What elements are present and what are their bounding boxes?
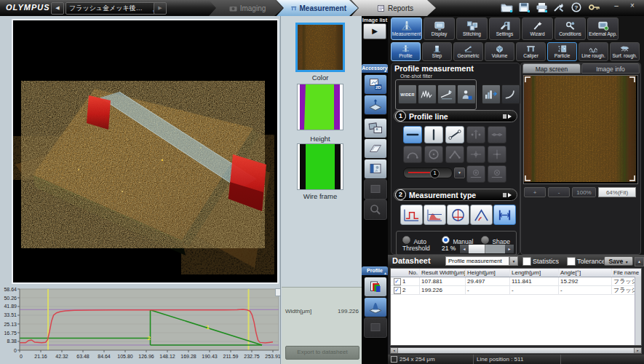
- datasheet-table[interactable]: No.Result Width[μm]Height[μm]Length[μm]A…: [390, 268, 642, 346]
- scrollbar-thumb[interactable]: [469, 245, 485, 253]
- image-settings-button[interactable]: [364, 159, 387, 179]
- ribbon-button-surf-rough[interactable]: Surf. rough.: [610, 42, 640, 61]
- map-image-frame[interactable]: [523, 75, 638, 184]
- help-icon[interactable]: ?: [571, 2, 583, 12]
- vertical-line-button[interactable]: [424, 126, 443, 143]
- tab-map-screen[interactable]: Map screen: [522, 63, 581, 74]
- open-folder-icon[interactable]: [501, 2, 513, 12]
- tolerance-checkbox[interactable]: [567, 257, 576, 266]
- 3d-render[interactable]: [13, 20, 277, 282]
- ribbon-button-conditions[interactable]: Conditions: [554, 17, 586, 40]
- ribbon-button-stitching[interactable]: Stitching: [456, 17, 488, 40]
- image-pair-button[interactable]: [364, 118, 387, 138]
- profile-chart[interactable]: 1208.3816.7525.1333.5141.8950.2658.64021…: [0, 287, 284, 364]
- print-icon[interactable]: [536, 2, 548, 12]
- profile-line-section-header[interactable]: 1 Profile line: [394, 110, 517, 122]
- map-zoom-field[interactable]: 64%(Fit): [598, 187, 636, 197]
- measurement-type-section-header[interactable]: 2 Measurement type: [394, 189, 517, 201]
- tab-imaging[interactable]: Imaging: [209, 0, 283, 16]
- ribbon-button-volume[interactable]: Volume: [485, 42, 514, 61]
- noise-filter-button[interactable]: [418, 84, 437, 104]
- column-header-0[interactable]: No.: [391, 269, 420, 277]
- reference-plane-button[interactable]: [364, 138, 387, 159]
- reference-filter-button[interactable]: [457, 84, 476, 104]
- ribbon-button-profile[interactable]: Profile: [391, 42, 421, 61]
- profile-3d-surface-button[interactable]: [364, 297, 387, 317]
- profile-group-tab[interactable]: Profile▲: [362, 266, 388, 275]
- line-width-slider[interactable]: 1: [403, 167, 453, 178]
- scroll-left-icon[interactable]: ◄: [460, 245, 469, 253]
- save-button[interactable]: Save ▼: [604, 256, 633, 266]
- status-checkbox[interactable]: [391, 356, 397, 363]
- ribbon-button-caliper[interactable]: Caliper: [516, 42, 546, 61]
- map-zoom-in-button[interactable]: +: [524, 187, 546, 197]
- table-row[interactable]: ✓1107.88129.497111.84115.292フラッシュ金: [391, 277, 641, 286]
- tools-icon[interactable]: [553, 2, 565, 12]
- histogram-export-button[interactable]: [482, 84, 501, 104]
- map-zoom-100-button[interactable]: 100%: [572, 187, 596, 197]
- image-list-button[interactable]: ▶: [363, 23, 386, 39]
- ribbon-button-measurement[interactable]: Measurement: [391, 17, 422, 40]
- table-horizontal-scrollbar[interactable]: ◄ ►: [390, 347, 642, 354]
- table-row[interactable]: ✓2199.226---フラッシュ金: [391, 286, 641, 295]
- datasheet-mode-dropdown[interactable]: Profile measurement: [445, 256, 509, 266]
- scroll-left-icon[interactable]: ◄: [391, 348, 397, 353]
- ribbon-button-display[interactable]: Display: [424, 17, 455, 40]
- statistics-checkbox[interactable]: [522, 257, 531, 266]
- ribbon-button-settings[interactable]: Settings: [489, 17, 520, 40]
- free-line-button[interactable]: [445, 126, 464, 143]
- circle-measure-button[interactable]: [447, 205, 469, 225]
- ribbon-button-step[interactable]: Step: [422, 42, 452, 61]
- ribbon-button-particle[interactable]: Particle: [547, 42, 577, 61]
- map-zoom-out-button[interactable]: -: [548, 187, 570, 197]
- view-3d-button[interactable]: [364, 95, 387, 115]
- section-toggle-icon[interactable]: [502, 114, 512, 119]
- 3d-viewport[interactable]: [12, 19, 279, 284]
- row-checkbox[interactable]: ✓: [394, 287, 401, 294]
- arc-filter-button[interactable]: [501, 84, 520, 104]
- line-width-dropdown[interactable]: ▼: [454, 167, 465, 178]
- tab-image-info[interactable]: Image info: [581, 63, 640, 74]
- export-to-datasheet-button[interactable]: Export to datasheet: [285, 346, 359, 360]
- profile-layers-button[interactable]: [364, 277, 387, 297]
- table-vertical-scrollbar[interactable]: [635, 277, 641, 345]
- area-measure-button[interactable]: [424, 205, 446, 225]
- tab-reports[interactable]: Reports: [351, 0, 436, 16]
- document-selector[interactable]: フラッシュ金メッキ後… ▼: [65, 2, 159, 15]
- dropdown-arrow-icon[interactable]: ▼: [509, 256, 518, 266]
- scrollbar-thumb[interactable]: [397, 348, 635, 353]
- thumbnail-color[interactable]: [295, 23, 345, 72]
- column-header-5[interactable]: File name: [612, 269, 641, 277]
- angle-measure-button[interactable]: [470, 205, 493, 225]
- ribbon-button-geometric[interactable]: Geometric: [453, 42, 483, 61]
- column-header-2[interactable]: Height[μm]: [466, 269, 510, 277]
- minimize-button[interactable]: –: [611, 1, 622, 10]
- column-header-4[interactable]: Angle[°]: [559, 269, 612, 277]
- row-checkbox[interactable]: ✓: [394, 278, 401, 285]
- ribbon-button-external-app[interactable]: External App.: [587, 17, 619, 40]
- ribbon-button-line-rough[interactable]: Line rough.: [579, 42, 608, 61]
- accessory-group-tab[interactable]: Accessory▲: [362, 64, 388, 73]
- step-measure-button[interactable]: [400, 205, 423, 225]
- horizontal-line-button[interactable]: [403, 126, 422, 143]
- doc-next-button[interactable]: ▶: [154, 2, 167, 15]
- scroll-right-icon[interactable]: ►: [635, 348, 641, 353]
- thumbnail-height[interactable]: [297, 84, 343, 130]
- threshold-scrollbar[interactable]: ◄ ►: [459, 244, 514, 254]
- wider-filter-button[interactable]: WIDER: [398, 84, 417, 104]
- section-toggle-icon[interactable]: [502, 192, 512, 198]
- tilt-correction-button[interactable]: [437, 84, 456, 104]
- doc-prev-button[interactable]: ◀: [51, 2, 64, 15]
- width-measure-button[interactable]: [493, 205, 516, 225]
- column-header-1[interactable]: Result Width[μm]: [420, 269, 466, 277]
- save-icon[interactable]: [518, 2, 530, 12]
- scroll-right-icon[interactable]: ►: [505, 245, 514, 253]
- view-2d-button[interactable]: 2D: [364, 74, 387, 95]
- collapse-datasheet-button[interactable]: ▲: [635, 257, 644, 266]
- close-button[interactable]: ×: [627, 1, 638, 10]
- tab-measurement[interactable]: Measurement: [277, 0, 358, 16]
- column-header-3[interactable]: Length[μm]: [510, 269, 559, 277]
- ribbon-button-wizard[interactable]: Wizard: [522, 17, 553, 40]
- thumbnail-wireframe[interactable]: [297, 143, 343, 190]
- key-icon[interactable]: [588, 2, 600, 12]
